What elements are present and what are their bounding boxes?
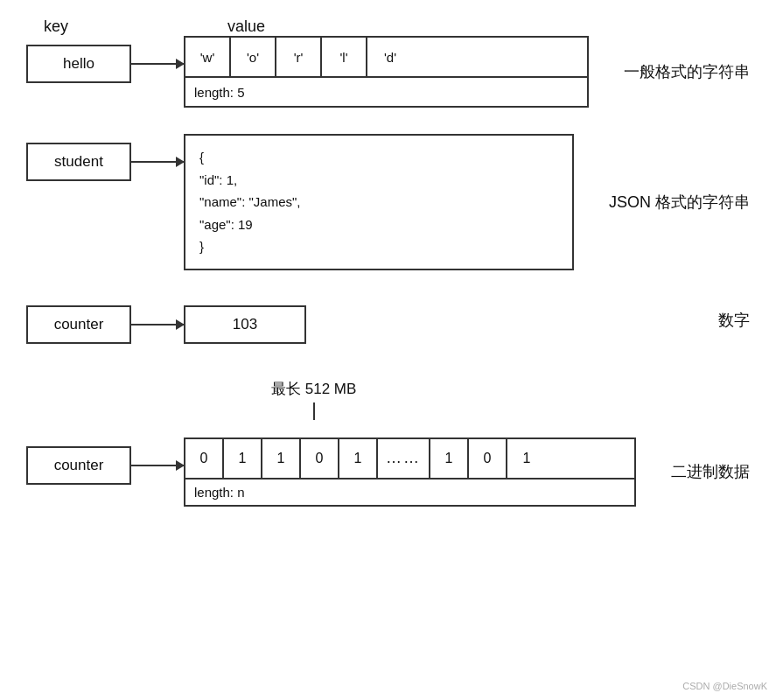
counter-arrow <box>131 305 184 344</box>
counter-binary-arrow-line <box>131 465 184 466</box>
counter-number-right-label: 数字 <box>718 310 750 331</box>
counter-binary-key-text: counter <box>54 457 104 474</box>
counter-number-row: counter 103 数字 <box>26 297 750 344</box>
hello-char-2: 'r' <box>276 38 322 76</box>
binary-cells-wrapper: 0 1 1 0 1 …… 1 0 1 length: n <box>184 438 636 507</box>
counter-number-box: 103 <box>184 305 306 344</box>
binary-cell-2: 1 <box>262 439 301 478</box>
student-json-line-2: "name": "James", <box>199 191 558 214</box>
counter-key-text: counter <box>54 316 104 333</box>
counter-binary-key-box: counter <box>26 446 131 485</box>
binary-cell-right-2: 1 <box>507 439 546 478</box>
binary-cell-3: 0 <box>301 439 339 478</box>
student-json-line-4: } <box>199 235 558 258</box>
hello-arrow-line <box>131 63 184 65</box>
student-right-label: JSON 格式的字符串 <box>609 192 750 213</box>
counter-value-area: 103 <box>184 297 683 344</box>
counter-number-value: 103 <box>233 316 257 333</box>
header-value-label: value <box>227 18 265 36</box>
header-row: key value <box>26 18 750 36</box>
student-value-area: { "id": 1, "name": "James", "age": 19 } <box>184 134 574 270</box>
binary-length-row: length: n <box>184 478 636 507</box>
max-label-with-line: 最长 512 MB <box>271 379 356 420</box>
binary-cell-1: 1 <box>224 439 262 478</box>
hello-string-wrapper: 'w' 'o' 'r' 'l' 'd' length: 5 <box>184 36 589 108</box>
hello-value-area: 'w' 'o' 'r' 'l' 'd' length: 5 <box>184 36 589 108</box>
hello-length-row: length: 5 <box>184 76 589 108</box>
binary-cell-right-0: 1 <box>430 439 469 478</box>
max-label-container: 最长 512 MB <box>26 379 750 420</box>
hello-string-cells: 'w' 'o' 'r' 'l' 'd' <box>184 36 589 76</box>
diagram-container: hello 'w' 'o' 'r' 'l' 'd' length: 5 一般格式… <box>26 36 750 507</box>
hello-arrow <box>131 45 184 83</box>
student-arrow <box>131 143 184 181</box>
counter-key-box: counter <box>26 305 131 344</box>
student-json-line-3: "age": 19 <box>199 214 558 236</box>
hello-key-box: hello <box>26 45 131 83</box>
hello-right-label: 一般格式的字符串 <box>624 61 750 82</box>
max-label-text: 最长 512 MB <box>271 379 356 399</box>
hello-char-1: 'o' <box>231 38 276 76</box>
hello-data-row: hello 'w' 'o' 'r' 'l' 'd' length: 5 一般格式… <box>26 36 750 108</box>
binary-right-label: 二进制数据 <box>671 461 750 482</box>
binary-cell-right-1: 0 <box>469 439 507 478</box>
hello-length-text: length: 5 <box>194 85 245 100</box>
hello-key-text: hello <box>63 55 94 73</box>
binary-section: 最长 512 MB counter 0 1 1 0 1 <box>26 379 750 507</box>
binary-cell-0: 0 <box>185 439 224 478</box>
counter-arrow-line <box>131 324 184 326</box>
binary-cell-4: 1 <box>339 439 378 478</box>
hello-char-4: 'd' <box>367 38 413 76</box>
student-arrow-line <box>131 161 184 163</box>
max-label-line <box>313 402 315 420</box>
student-json-line-0: { <box>199 146 558 169</box>
student-data-row: student { "id": 1, "name": "James", "age… <box>26 134 750 270</box>
hello-char-0: 'w' <box>185 38 231 76</box>
student-key-box: student <box>26 143 131 181</box>
student-json-box: { "id": 1, "name": "James", "age": 19 } <box>184 134 574 270</box>
student-key-text: student <box>54 153 103 171</box>
counter-binary-arrow <box>131 446 184 485</box>
binary-value-area: 0 1 1 0 1 …… 1 0 1 length: n <box>184 438 636 507</box>
hello-char-3: 'l' <box>322 38 367 76</box>
binary-cells-top: 0 1 1 0 1 …… 1 0 1 <box>184 438 636 478</box>
student-json-line-1: "id": 1, <box>199 169 558 192</box>
binary-data-row: counter 0 1 1 0 1 …… 1 0 1 <box>26 438 750 507</box>
binary-length-text: length: n <box>185 480 634 505</box>
binary-dots: …… <box>378 439 430 478</box>
header-key-label: key <box>44 18 157 36</box>
watermark: CSDN @DieSnowK <box>682 681 767 691</box>
